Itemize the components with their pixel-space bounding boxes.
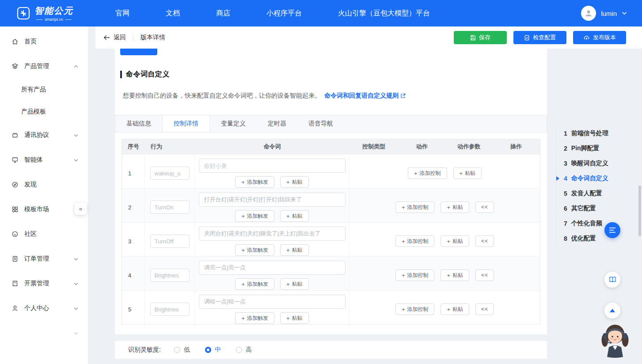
back-to-top-button[interactable] — [604, 303, 620, 318]
fab-list-button[interactable] — [604, 222, 620, 238]
paste-button[interactable]: +粘贴 — [280, 244, 309, 256]
step-item-2[interactable]: 2Pin脚配置 — [564, 141, 635, 156]
list-icon — [609, 227, 616, 233]
radio-icon — [236, 347, 242, 353]
paste-button[interactable]: +粘贴 — [280, 278, 309, 290]
step-item-3[interactable]: 3唤醒词自定义 — [564, 156, 635, 171]
add-control-label: 添加控制 — [407, 238, 428, 245]
sidebar-item-community[interactable]: 社区 — [0, 222, 88, 246]
behavior-input[interactable] — [150, 201, 190, 214]
chevron-down-icon — [74, 307, 78, 310]
back-button[interactable]: 返回 — [103, 34, 126, 42]
collapse-row-button[interactable]: << — [475, 201, 494, 213]
user-menu[interactable]: lumin — [581, 6, 627, 21]
paste-button[interactable]: +粘贴 — [441, 201, 469, 213]
add-trigger-button[interactable]: +添加触发 — [235, 244, 274, 256]
command-input[interactable] — [199, 159, 346, 173]
paste-label: 粘贴 — [452, 272, 463, 279]
behavior-input[interactable] — [150, 303, 190, 316]
sidebar-item-product-management[interactable]: 产品管理 — [0, 54, 88, 79]
sidebar-item-label: 开票管理 — [24, 280, 49, 288]
sidebar-item-agent[interactable]: 智能体 — [0, 148, 88, 172]
add-control-button[interactable]: +添加控制 — [395, 235, 435, 247]
step-item-4[interactable]: 4命令词自定义 — [564, 171, 635, 186]
radio-high[interactable]: 高 — [236, 346, 252, 354]
tab-basic-info[interactable]: 基础信息 — [115, 115, 162, 132]
step-item-8[interactable]: 8优化配置 — [564, 231, 635, 246]
nav-item-docs[interactable]: 文档 — [166, 9, 180, 18]
step-item-5[interactable]: 5发音人配置 — [564, 186, 635, 201]
tab-control-detail[interactable]: 控制详情 — [162, 115, 210, 132]
add-control-label: 添加控制 — [407, 204, 428, 211]
plus-icon: + — [241, 281, 245, 287]
nav-item-miniapp-platform[interactable]: 小程序平台 — [266, 9, 302, 18]
command-input[interactable] — [199, 193, 346, 207]
plus-icon: + — [447, 273, 450, 278]
nav-item-volcano-platform[interactable]: 火山引擎（豆包大模型）平台 — [338, 9, 430, 18]
paste-label: 粘贴 — [465, 170, 475, 177]
behavior-input[interactable] — [150, 235, 190, 248]
sidebar-item-home[interactable]: 首页 — [0, 29, 88, 54]
publish-version-button-label: 发布版本 — [593, 34, 616, 42]
step-number: 2 — [564, 145, 567, 152]
plus-icon: + — [402, 273, 405, 278]
tab-timer[interactable]: 定时器 — [257, 115, 297, 132]
sidebar-item-all-products[interactable]: 所有产品 — [0, 79, 88, 101]
add-control-button[interactable]: +添加控制 — [395, 201, 435, 213]
command-input[interactable] — [199, 227, 346, 241]
paste-button[interactable]: +粘贴 — [441, 235, 469, 247]
rules-link[interactable]: 命令词和回复语自定义规则 — [324, 92, 406, 100]
step-item-6[interactable]: 6其它配置 — [564, 201, 635, 216]
behavior-input[interactable] — [150, 269, 190, 282]
check-config-button[interactable]: 检查配置 — [513, 31, 566, 44]
add-trigger-button[interactable]: +添加触发 — [235, 176, 274, 188]
sidebar-item-more[interactable] — [0, 321, 88, 345]
add-control-button[interactable]: +添加控制 — [395, 303, 435, 315]
step-item-1[interactable]: 1前端信号处理 — [564, 126, 635, 141]
paste-button[interactable]: +粘贴 — [280, 312, 309, 324]
command-input[interactable] — [199, 295, 346, 309]
collapse-row-button[interactable]: << — [475, 303, 494, 315]
scrolled-button-partial[interactable] — [120, 49, 157, 55]
avatar — [581, 6, 596, 21]
add-trigger-button[interactable]: +添加触发 — [235, 210, 274, 222]
sidebar-item-discover[interactable]: 发现 — [0, 172, 88, 197]
add-trigger-button[interactable]: +添加触发 — [235, 312, 274, 324]
radio-label: 中 — [215, 346, 221, 354]
radio-medium[interactable]: 中 — [205, 346, 221, 354]
sidebar-item-label: 智能体 — [24, 156, 43, 164]
paste-button[interactable]: +粘贴 — [441, 269, 469, 281]
nav-item-store[interactable]: 商店 — [216, 9, 230, 18]
step-item-7[interactable]: 7个性化音频 — [564, 216, 635, 231]
save-button[interactable]: 保存 — [454, 31, 507, 44]
sidebar-item-profile[interactable]: 个人中心 — [0, 296, 88, 321]
sidebar-item-invoice-management[interactable]: 开票管理 — [0, 271, 88, 296]
behavior-input[interactable] — [150, 167, 190, 180]
tab-voice-navigation[interactable]: 语音导航 — [297, 115, 344, 132]
collapse-row-button[interactable]: << — [475, 269, 494, 281]
external-link-icon — [400, 93, 406, 99]
paste-button[interactable]: +粘贴 — [441, 303, 469, 315]
paste-button[interactable]: +粘贴 — [280, 210, 309, 222]
publish-version-button[interactable]: 发布版本 — [573, 31, 626, 44]
paste-button[interactable]: +粘贴 — [453, 167, 482, 179]
scrollbar-thumb[interactable] — [638, 186, 641, 236]
paste-button[interactable]: +粘贴 — [280, 176, 309, 188]
nav-item-official-site[interactable]: 官网 — [115, 9, 129, 18]
sidebar-item-order-management[interactable]: 订单管理 — [0, 246, 88, 271]
add-control-button[interactable]: +添加控制 — [408, 167, 447, 179]
command-input[interactable] — [199, 261, 346, 275]
radio-low[interactable]: 低 — [174, 346, 190, 354]
assistant-avatar[interactable] — [601, 322, 629, 359]
sidebar-item-product-templates[interactable]: 产品模板 — [0, 101, 88, 123]
add-trigger-button[interactable]: +添加触发 — [235, 278, 274, 290]
sidebar-item-protocol[interactable]: 通讯协议 — [0, 123, 88, 148]
logo[interactable]: 智能公元 smartpi.cn — [17, 5, 94, 22]
sidebar-collapse-handle[interactable]: « — [75, 203, 87, 215]
sidebar-item-label: 模板市场 — [24, 205, 49, 213]
tab-variable-definition[interactable]: 变量定义 — [210, 115, 257, 132]
collapse-row-button[interactable]: << — [475, 235, 494, 247]
add-control-button[interactable]: +添加控制 — [395, 269, 435, 281]
column-header-behavior: 行为 — [145, 143, 195, 151]
fab-manual-button[interactable] — [604, 272, 620, 288]
